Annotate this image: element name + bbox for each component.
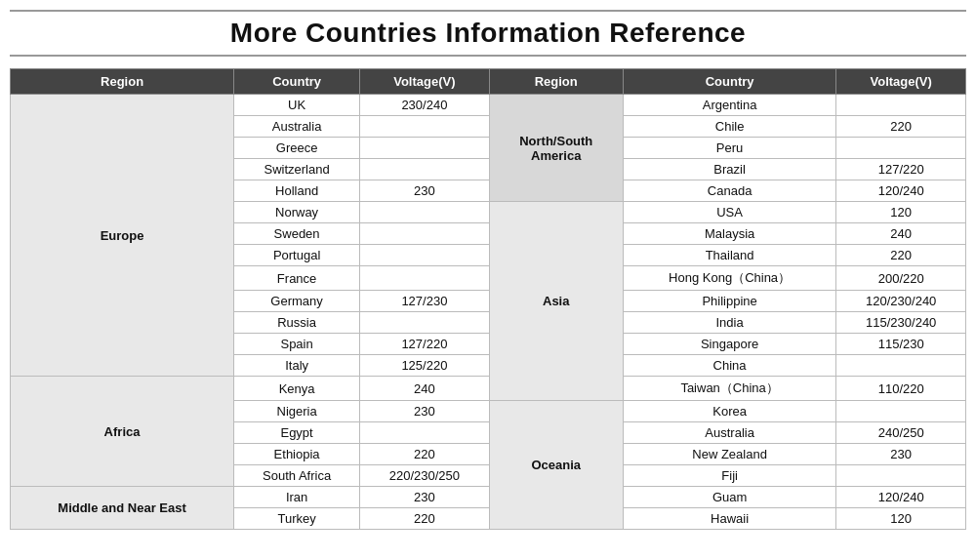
- left-voltage-cell: [360, 422, 490, 444]
- right-country-header: Country: [623, 69, 836, 95]
- right-country-cell: New Zealand: [623, 444, 836, 465]
- left-region-header: Region: [11, 69, 234, 95]
- left-country-cell: UK: [234, 95, 360, 116]
- right-voltage-header: Voltage(V): [836, 69, 966, 95]
- left-voltage-cell: [360, 138, 490, 159]
- left-country-cell: Italy: [234, 355, 360, 377]
- right-voltage-cell: [836, 138, 966, 159]
- right-country-cell: Taiwan（China）: [623, 377, 836, 401]
- left-voltage-cell: 240: [360, 377, 490, 401]
- right-voltage-cell: 220: [836, 116, 966, 138]
- left-voltage-cell: 230/240: [360, 95, 490, 116]
- left-country-cell: France: [234, 266, 360, 291]
- right-country-cell: Canada: [623, 180, 836, 202]
- page-title: More Countries Information Reference: [10, 10, 966, 57]
- right-voltage-cell: 230: [836, 444, 966, 465]
- left-voltage-cell: [360, 116, 490, 138]
- left-voltage-cell: 230: [360, 401, 490, 422]
- right-country-cell: Argentina: [623, 95, 836, 116]
- right-country-cell: Hong Kong（China）: [623, 266, 836, 291]
- right-voltage-cell: [836, 95, 966, 116]
- right-voltage-cell: 200/220: [836, 266, 966, 291]
- left-voltage-cell: 127/220: [360, 334, 490, 355]
- left-region-cell: Africa: [11, 377, 234, 487]
- right-country-cell: Hawaii: [623, 508, 836, 530]
- left-voltage-cell: 125/220: [360, 355, 490, 377]
- left-country-cell: Nigeria: [234, 401, 360, 422]
- left-country-cell: Kenya: [234, 377, 360, 401]
- page-wrapper: More Countries Information Reference Reg…: [0, 0, 976, 540]
- right-region-cell: Oceania: [489, 401, 623, 530]
- right-country-cell: Fiji: [623, 465, 836, 487]
- left-country-cell: South Africa: [234, 465, 360, 487]
- left-voltage-cell: 230: [360, 180, 490, 202]
- left-country-cell: Egypt: [234, 422, 360, 444]
- right-country-cell: Brazil: [623, 159, 836, 180]
- right-country-cell: Malaysia: [623, 223, 836, 245]
- main-table: Region Country Voltage(V) Region Country…: [10, 68, 966, 530]
- left-country-header: Country: [234, 69, 360, 95]
- left-country-cell: Greece: [234, 138, 360, 159]
- left-country-cell: Ethiopia: [234, 444, 360, 465]
- right-country-cell: Peru: [623, 138, 836, 159]
- right-country-cell: Korea: [623, 401, 836, 422]
- left-voltage-cell: [360, 266, 490, 291]
- left-voltage-cell: 127/230: [360, 291, 490, 312]
- left-voltage-cell: [360, 245, 490, 266]
- right-voltage-cell: 115/230: [836, 334, 966, 355]
- left-country-cell: Turkey: [234, 508, 360, 530]
- right-country-cell: Philippine: [623, 291, 836, 312]
- right-voltage-cell: 240: [836, 223, 966, 245]
- left-region-cell: Europe: [11, 95, 234, 377]
- right-country-cell: USA: [623, 202, 836, 223]
- right-region-header: Region: [489, 69, 623, 95]
- left-voltage-cell: 230: [360, 487, 490, 508]
- right-voltage-cell: 240/250: [836, 422, 966, 444]
- left-voltage-cell: [360, 202, 490, 223]
- right-country-cell: India: [623, 312, 836, 334]
- right-country-cell: China: [623, 355, 836, 377]
- left-country-cell: Spain: [234, 334, 360, 355]
- right-voltage-cell: 115/230/240: [836, 312, 966, 334]
- left-country-cell: Iran: [234, 487, 360, 508]
- right-country-cell: Singapore: [623, 334, 836, 355]
- right-voltage-cell: [836, 401, 966, 422]
- right-voltage-cell: 120/240: [836, 487, 966, 508]
- left-country-cell: Australia: [234, 116, 360, 138]
- right-region-cell: Asia: [489, 202, 623, 401]
- right-voltage-cell: 110/220: [836, 377, 966, 401]
- left-region-cell: Middle and Near East: [11, 487, 234, 530]
- left-voltage-cell: 220: [360, 508, 490, 530]
- right-country-cell: Guam: [623, 487, 836, 508]
- right-voltage-cell: 127/220: [836, 159, 966, 180]
- right-country-cell: Thailand: [623, 245, 836, 266]
- left-voltage-cell: 220: [360, 444, 490, 465]
- right-voltage-cell: 120: [836, 508, 966, 530]
- right-voltage-cell: 120: [836, 202, 966, 223]
- right-voltage-cell: 120/240: [836, 180, 966, 202]
- left-voltage-cell: [360, 159, 490, 180]
- right-voltage-cell: 220: [836, 245, 966, 266]
- left-country-cell: Germany: [234, 291, 360, 312]
- left-country-cell: Switzerland: [234, 159, 360, 180]
- right-voltage-cell: [836, 355, 966, 377]
- left-country-cell: Sweden: [234, 223, 360, 245]
- right-voltage-cell: 120/230/240: [836, 291, 966, 312]
- right-country-cell: Chile: [623, 116, 836, 138]
- left-country-cell: Russia: [234, 312, 360, 334]
- left-voltage-cell: 220/230/250: [360, 465, 490, 487]
- left-voltage-header: Voltage(V): [360, 69, 490, 95]
- left-country-cell: Portugal: [234, 245, 360, 266]
- right-country-cell: Australia: [623, 422, 836, 444]
- right-region-cell: North/South America: [489, 95, 623, 202]
- left-voltage-cell: [360, 312, 490, 334]
- left-voltage-cell: [360, 223, 490, 245]
- right-voltage-cell: [836, 465, 966, 487]
- left-country-cell: Norway: [234, 202, 360, 223]
- left-country-cell: Holland: [234, 180, 360, 202]
